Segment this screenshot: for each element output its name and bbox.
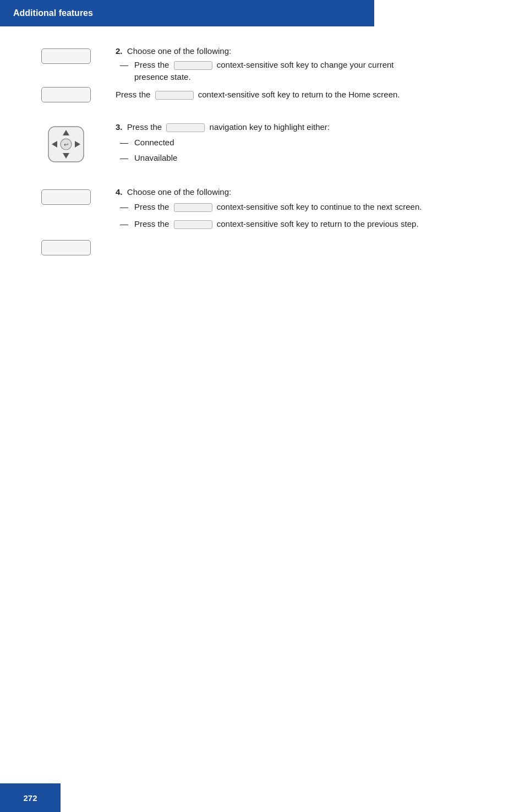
step-4-section: 4. Choose one of the following: — Press …	[22, 187, 429, 255]
page-title: Additional features	[13, 8, 93, 18]
button-placeholder-5	[174, 220, 212, 229]
step-4-intro: 4. Choose one of the following:	[116, 187, 429, 197]
step-3-number: 3.	[116, 122, 123, 132]
step-4-number: 4.	[116, 187, 123, 197]
step-3-bullet-connected: — Connected	[120, 137, 429, 149]
step-2-extra: Press the context-sensitive soft key to …	[116, 89, 429, 101]
step-2-text: 2. Choose one of the following: — Press …	[110, 46, 429, 101]
main-content: 2. Choose one of the following: — Press …	[0, 26, 451, 297]
button-placeholder-2	[155, 91, 194, 100]
step-2-section: 2. Choose one of the following: — Press …	[22, 46, 429, 102]
step-3-bullet-unavailable: — Unavailable	[120, 152, 429, 164]
button-placeholder-1	[174, 61, 212, 70]
button-placeholder-4	[174, 203, 212, 212]
step-3-subitems: — Connected — Unavailable	[120, 137, 429, 164]
step-2-bullets: — Press the context-sensitive soft key t…	[120, 59, 429, 83]
step-3-illustration: ↩	[22, 122, 110, 164]
step-4-text: 4. Choose one of the following: — Press …	[110, 187, 429, 234]
button-placeholder-3	[166, 123, 205, 132]
soft-key-button-bottom-2	[41, 240, 91, 255]
svg-text:↩: ↩	[64, 141, 68, 148]
soft-key-button-top	[41, 48, 91, 64]
header-bar: Additional features	[0, 0, 374, 26]
step-4-illustration	[22, 187, 110, 255]
step-3-text: 3. Press the navigation key to highlight…	[110, 122, 429, 167]
step-2-number: 2.	[116, 46, 123, 56]
step-3-section: ↩ 3. Press the navigation key to highlig…	[22, 122, 429, 167]
step-4-bullet-2: — Press the context-sensitive soft key t…	[120, 218, 429, 230]
step-2-bullet-1: — Press the context-sensitive soft key t…	[120, 59, 429, 83]
step-3-intro: 3. Press the navigation key to highlight…	[116, 122, 429, 132]
step-4-bullets: — Press the context-sensitive soft key t…	[120, 201, 429, 231]
step-2-illustration	[22, 46, 110, 102]
soft-key-button-top-2	[41, 189, 91, 205]
nav-key-icon: ↩	[46, 124, 86, 164]
step-2-intro: 2. Choose one of the following:	[116, 46, 429, 56]
page-number: 272	[23, 793, 37, 803]
step-4-bullet-1: — Press the context-sensitive soft key t…	[120, 201, 429, 213]
footer-bar: 272	[0, 783, 61, 812]
soft-key-button-bottom	[41, 87, 91, 102]
